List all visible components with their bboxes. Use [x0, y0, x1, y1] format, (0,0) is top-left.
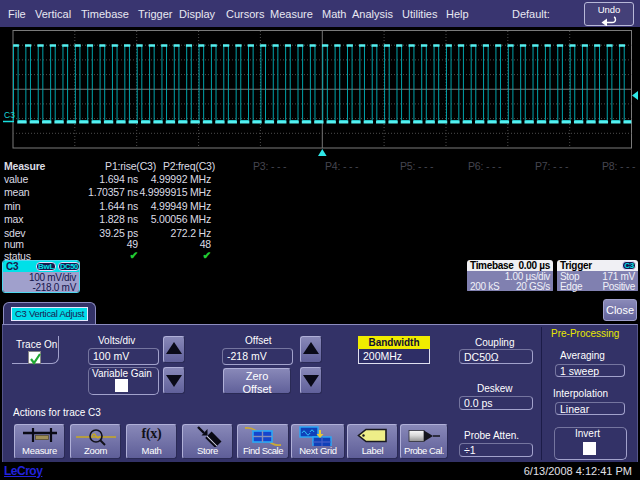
svg-text:C3: C3 [4, 110, 15, 120]
